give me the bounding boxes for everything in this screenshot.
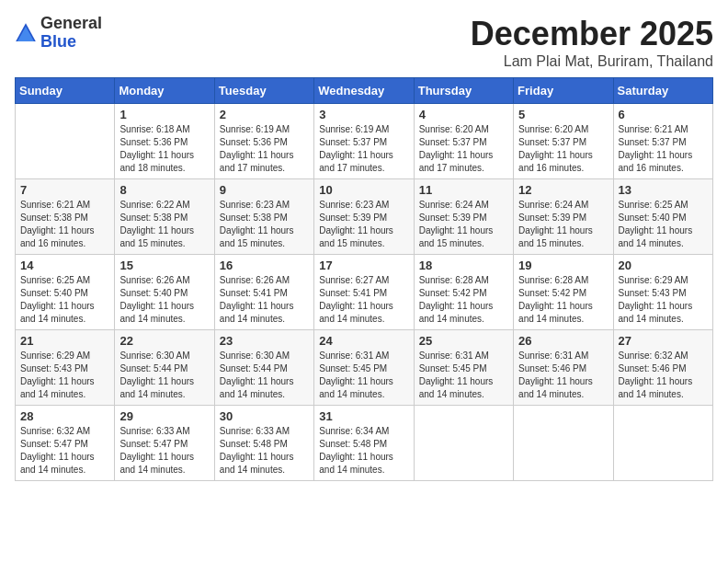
calendar-cell: 19Sunrise: 6:28 AM Sunset: 5:42 PM Dayli… (514, 255, 613, 330)
day-number: 25 (419, 334, 508, 348)
day-info: Sunrise: 6:19 AM Sunset: 5:36 PM Dayligh… (220, 123, 309, 175)
calendar-cell: 6Sunrise: 6:21 AM Sunset: 5:37 PM Daylig… (613, 104, 712, 179)
day-info: Sunrise: 6:21 AM Sunset: 5:38 PM Dayligh… (20, 199, 109, 250)
day-info: Sunrise: 6:18 AM Sunset: 5:36 PM Dayligh… (119, 123, 209, 175)
day-info: Sunrise: 6:22 AM Sunset: 5:38 PM Dayligh… (119, 199, 209, 250)
day-info: Sunrise: 6:33 AM Sunset: 5:47 PM Dayligh… (119, 425, 209, 477)
calendar-week-2: 7Sunrise: 6:21 AM Sunset: 5:38 PM Daylig… (16, 179, 713, 255)
day-info: Sunrise: 6:25 AM Sunset: 5:40 PM Dayligh… (20, 274, 109, 326)
day-number: 19 (518, 259, 608, 272)
day-info: Sunrise: 6:28 AM Sunset: 5:42 PM Dayligh… (518, 274, 608, 326)
day-number: 26 (518, 334, 608, 348)
day-number: 21 (20, 334, 109, 348)
logo: General Blue (15, 15, 102, 52)
day-info: Sunrise: 6:29 AM Sunset: 5:43 PM Dayligh… (20, 350, 109, 401)
day-info: Sunrise: 6:21 AM Sunset: 5:37 PM Dayligh… (619, 123, 708, 175)
calendar-cell (514, 406, 613, 481)
calendar-cell: 27Sunrise: 6:32 AM Sunset: 5:46 PM Dayli… (613, 330, 712, 406)
logo-icon (15, 22, 37, 44)
calendar-cell: 13Sunrise: 6:25 AM Sunset: 5:40 PM Dayli… (613, 179, 712, 255)
day-number: 5 (518, 108, 608, 121)
calendar-cell: 9Sunrise: 6:23 AM Sunset: 5:38 PM Daylig… (214, 179, 313, 255)
calendar-cell: 30Sunrise: 6:33 AM Sunset: 5:48 PM Dayli… (214, 406, 313, 481)
calendar-cell: 15Sunrise: 6:26 AM Sunset: 5:40 PM Dayli… (115, 255, 214, 330)
day-number: 2 (220, 108, 309, 121)
day-number: 13 (619, 183, 708, 197)
calendar-cell: 4Sunrise: 6:20 AM Sunset: 5:37 PM Daylig… (414, 104, 513, 179)
calendar-cell: 18Sunrise: 6:28 AM Sunset: 5:42 PM Dayli… (414, 255, 513, 330)
calendar-cell: 22Sunrise: 6:30 AM Sunset: 5:44 PM Dayli… (115, 330, 214, 406)
day-number: 7 (20, 183, 109, 197)
calendar-cell: 26Sunrise: 6:31 AM Sunset: 5:46 PM Dayli… (514, 330, 613, 406)
day-info: Sunrise: 6:19 AM Sunset: 5:37 PM Dayligh… (319, 123, 408, 175)
day-info: Sunrise: 6:33 AM Sunset: 5:48 PM Dayligh… (220, 425, 309, 477)
page-header: General Blue December 2025 Lam Plai Mat,… (15, 15, 713, 70)
calendar-cell: 11Sunrise: 6:24 AM Sunset: 5:39 PM Dayli… (414, 179, 513, 255)
day-number: 18 (419, 259, 508, 272)
day-info: Sunrise: 6:32 AM Sunset: 5:46 PM Dayligh… (619, 350, 708, 401)
weekday-header-sunday: Sunday (16, 78, 115, 104)
logo-text: General Blue (40, 15, 102, 52)
calendar-table: SundayMondayTuesdayWednesdayThursdayFrid… (15, 77, 713, 481)
day-info: Sunrise: 6:31 AM Sunset: 5:45 PM Dayligh… (419, 350, 508, 401)
calendar-week-4: 21Sunrise: 6:29 AM Sunset: 5:43 PM Dayli… (16, 330, 713, 406)
day-info: Sunrise: 6:20 AM Sunset: 5:37 PM Dayligh… (419, 123, 508, 175)
day-info: Sunrise: 6:30 AM Sunset: 5:44 PM Dayligh… (119, 350, 209, 401)
day-info: Sunrise: 6:30 AM Sunset: 5:44 PM Dayligh… (220, 350, 309, 401)
day-info: Sunrise: 6:27 AM Sunset: 5:41 PM Dayligh… (319, 274, 408, 326)
weekday-header-row: SundayMondayTuesdayWednesdayThursdayFrid… (16, 78, 713, 104)
calendar-cell: 16Sunrise: 6:26 AM Sunset: 5:41 PM Dayli… (214, 255, 313, 330)
day-number: 24 (319, 334, 408, 348)
location-text: Lam Plai Mat, Buriram, Thailand (471, 53, 713, 70)
day-info: Sunrise: 6:32 AM Sunset: 5:47 PM Dayligh… (20, 425, 109, 477)
weekday-header-wednesday: Wednesday (314, 78, 414, 104)
day-number: 23 (220, 334, 309, 348)
day-info: Sunrise: 6:26 AM Sunset: 5:40 PM Dayligh… (119, 274, 209, 326)
day-info: Sunrise: 6:24 AM Sunset: 5:39 PM Dayligh… (419, 199, 508, 250)
day-info: Sunrise: 6:25 AM Sunset: 5:40 PM Dayligh… (619, 199, 708, 250)
day-number: 27 (619, 334, 708, 348)
calendar-cell: 2Sunrise: 6:19 AM Sunset: 5:36 PM Daylig… (214, 104, 313, 179)
day-number: 6 (619, 108, 708, 121)
calendar-cell: 12Sunrise: 6:24 AM Sunset: 5:39 PM Dayli… (514, 179, 613, 255)
calendar-cell: 25Sunrise: 6:31 AM Sunset: 5:45 PM Dayli… (414, 330, 513, 406)
title-block: December 2025 Lam Plai Mat, Buriram, Tha… (471, 15, 713, 70)
day-number: 31 (319, 409, 408, 423)
calendar-cell (613, 406, 712, 481)
calendar-cell: 29Sunrise: 6:33 AM Sunset: 5:47 PM Dayli… (115, 406, 214, 481)
day-number: 10 (319, 183, 408, 197)
calendar-cell: 24Sunrise: 6:31 AM Sunset: 5:45 PM Dayli… (314, 330, 414, 406)
day-number: 15 (119, 259, 209, 272)
day-number: 9 (220, 183, 309, 197)
calendar-cell: 5Sunrise: 6:20 AM Sunset: 5:37 PM Daylig… (514, 104, 613, 179)
calendar-cell: 14Sunrise: 6:25 AM Sunset: 5:40 PM Dayli… (16, 255, 115, 330)
day-number: 8 (119, 183, 209, 197)
day-number: 11 (419, 183, 508, 197)
day-number: 12 (518, 183, 608, 197)
calendar-week-5: 28Sunrise: 6:32 AM Sunset: 5:47 PM Dayli… (16, 406, 713, 481)
calendar-cell: 1Sunrise: 6:18 AM Sunset: 5:36 PM Daylig… (115, 104, 214, 179)
day-number: 29 (119, 409, 209, 423)
calendar-cell: 21Sunrise: 6:29 AM Sunset: 5:43 PM Dayli… (16, 330, 115, 406)
day-number: 22 (119, 334, 209, 348)
logo-blue-text: Blue (40, 33, 102, 52)
calendar-cell: 23Sunrise: 6:30 AM Sunset: 5:44 PM Dayli… (214, 330, 313, 406)
calendar-cell (414, 406, 513, 481)
day-number: 4 (419, 108, 508, 121)
calendar-cell: 20Sunrise: 6:29 AM Sunset: 5:43 PM Dayli… (613, 255, 712, 330)
day-number: 28 (20, 409, 109, 423)
day-info: Sunrise: 6:20 AM Sunset: 5:37 PM Dayligh… (518, 123, 608, 175)
day-number: 1 (119, 108, 209, 121)
weekday-header-monday: Monday (115, 78, 214, 104)
day-info: Sunrise: 6:34 AM Sunset: 5:48 PM Dayligh… (319, 425, 408, 477)
calendar-cell: 7Sunrise: 6:21 AM Sunset: 5:38 PM Daylig… (16, 179, 115, 255)
calendar-cell: 17Sunrise: 6:27 AM Sunset: 5:41 PM Dayli… (314, 255, 414, 330)
day-number: 17 (319, 259, 408, 272)
weekday-header-tuesday: Tuesday (214, 78, 313, 104)
day-number: 16 (220, 259, 309, 272)
calendar-week-3: 14Sunrise: 6:25 AM Sunset: 5:40 PM Dayli… (16, 255, 713, 330)
day-number: 20 (619, 259, 708, 272)
day-number: 30 (220, 409, 309, 423)
day-number: 3 (319, 108, 408, 121)
calendar-cell: 10Sunrise: 6:23 AM Sunset: 5:39 PM Dayli… (314, 179, 414, 255)
